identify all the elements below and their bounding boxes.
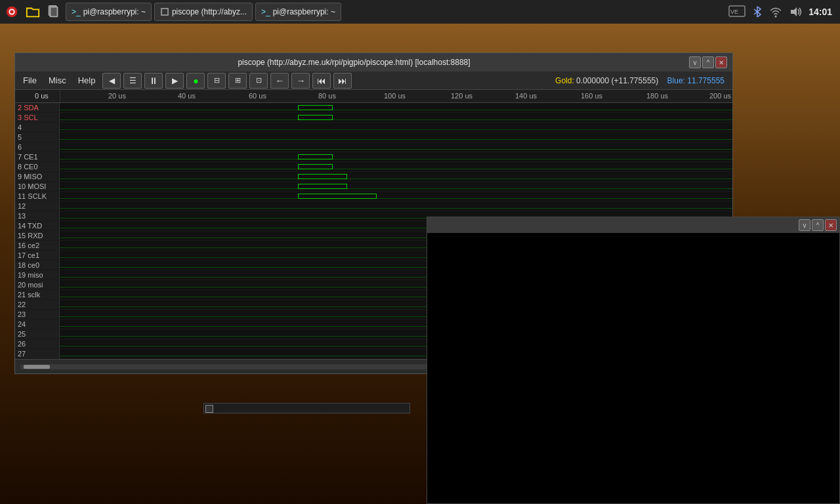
misc-menu[interactable]: Misc [43,74,72,87]
label-18ce0: 18 ce0 [15,261,59,270]
nav-right-btn[interactable]: → [291,73,310,89]
ruler-20us: 20 us [108,92,126,100]
svg-text:VE: VE [730,9,738,15]
bluetooth-icon[interactable] [752,5,763,18]
label-3scl: 3 SCL [15,113,59,123]
wave-9miso [60,172,732,182]
ruler-100us: 100 us [384,92,406,100]
label-23: 23 [15,310,59,320]
ruler-180us: 180 us [646,92,668,100]
second-window: v ^ ✕ [427,217,840,504]
minimize-btn[interactable]: v [689,56,701,68]
wave-6 [60,142,732,152]
files-icon[interactable] [45,3,63,21]
svg-point-8 [775,16,777,18]
terminal-1-label: pi@raspberrypi: ~ [83,7,146,16]
label-15rxd: 15 RXD [15,231,59,241]
scroll-thumb [24,365,50,369]
second-maximize-btn[interactable]: ^ [812,219,824,231]
close-btn[interactable]: ✕ [715,56,727,68]
wifi-icon[interactable] [769,5,782,18]
nav-end-btn[interactable]: ⏭ [333,73,352,89]
raspberry-icon[interactable] [3,3,21,21]
piscope-btn[interactable]: piscope (http://abyz... [154,3,253,21]
signal-labels: 2 SDA 3 SCL 4 5 6 7 CE1 8 CE0 9 MISO 10 … [15,103,60,359]
wave-10mosi [60,182,732,192]
label-25: 25 [15,329,59,339]
help-menu[interactable]: Help [73,74,101,87]
label-9miso: 9 MISO [15,172,59,182]
label-14txd: 14 TXD [15,221,59,231]
back-btn[interactable]: ◀ [102,73,121,89]
label-24: 24 [15,320,59,329]
label-11sclk: 11 SCLK [15,192,59,201]
volume-icon[interactable] [789,5,802,18]
terminal-1-btn[interactable]: >_ pi@raspberrypi: ~ [66,3,152,21]
wave-11sclk [60,192,732,201]
play-btn[interactable]: ▶ [165,73,184,89]
svg-point-2 [10,10,14,14]
second-close-btn[interactable]: ✕ [825,219,837,231]
label-26: 26 [15,339,59,349]
zoom-in-btn[interactable]: ⊞ [228,73,247,89]
label-16ce2: 16 ce2 [15,241,59,251]
taskbar: >_ pi@raspberrypi: ~ piscope (http://aby… [0,0,840,24]
nav-start-btn[interactable]: ⏮ [312,73,331,89]
blue-value: 11.775555 [687,76,724,85]
title-bar: piscope (http://abyz.me.uk/rpi/pigpio/pi… [15,53,732,72]
svg-marker-9 [791,7,797,16]
piscope-label: piscope (http://abyz... [172,7,247,16]
svg-rect-4 [51,7,58,17]
zoom-out-btn[interactable]: ⊟ [207,73,226,89]
ruler-40us: 40 us [178,92,196,100]
scroll-indicator [205,405,213,413]
zoom-fit-btn[interactable]: ⊡ [249,73,268,89]
label-2sda: 2 SDA [15,103,59,113]
window-title: piscope (http://abyz.me.uk/rpi/pigpio/pi… [20,58,688,67]
second-titlebar: v ^ ✕ [427,217,839,233]
taskbar-right: VE 14:01 [728,5,837,18]
label-7ce1: 7 CE1 [15,152,59,162]
file-menu[interactable]: File [18,74,42,87]
nav-left-btn[interactable]: ← [270,73,289,89]
label-8ce0: 8 CE0 [15,162,59,172]
wave-7ce1 [60,152,732,162]
second-minimize-btn[interactable]: v [799,219,810,231]
wave-8ce0 [60,162,732,172]
pause-btn[interactable]: ⏸ [144,73,163,89]
ruler-60us: 60 us [249,92,266,100]
svg-rect-5 [161,9,168,15]
record-btn[interactable]: ● [186,73,205,89]
list-btn[interactable]: ☰ [123,73,142,89]
ruler-120us: 120 us [451,92,472,100]
terminal-prefix-2: >_ [261,7,270,16]
label-6: 6 [15,142,59,152]
maximize-btn[interactable]: ^ [702,56,714,68]
clock: 14:01 [808,7,832,17]
folder-icon[interactable] [24,3,42,21]
terminal-2-btn[interactable]: >_ pi@raspberrypi: ~ [255,3,341,21]
wave-3scl [60,113,732,123]
label-27: 27 [15,349,59,359]
wave-5 [60,133,732,142]
label-5: 5 [15,133,59,142]
terminal-prefix: >_ [72,7,81,16]
label-12: 12 [15,201,59,211]
label-17ce1: 17 ce1 [15,251,59,261]
label-20mosi: 20 mosi [15,280,59,290]
scroll-bar[interactable] [20,364,490,369]
ruler-80us: 80 us [318,92,336,100]
ruler-140us: 140 us [515,92,537,100]
label-21sclk: 21 sclk [15,290,59,300]
label-22: 22 [15,300,59,310]
menubar: File Misc Help ◀ ☰ ⏸ ▶ ● ⊟ ⊞ ⊡ ← → ⏮ ⏭ G… [15,72,732,90]
ruler-0us: 0 us [35,92,49,100]
ruler-200us: 200 us [709,92,731,100]
terminal-2-label: pi@raspberrypi: ~ [273,7,335,16]
wave-12 [60,201,732,211]
vnc-icon[interactable]: VE [728,5,746,18]
horizontal-scrollbar[interactable] [203,403,410,413]
wave-4 [60,123,732,133]
label-10mosi: 10 MOSI [15,182,59,192]
time-ruler: 0 us 20 us 40 us 60 us 80 us 100 us 120 … [15,90,732,103]
